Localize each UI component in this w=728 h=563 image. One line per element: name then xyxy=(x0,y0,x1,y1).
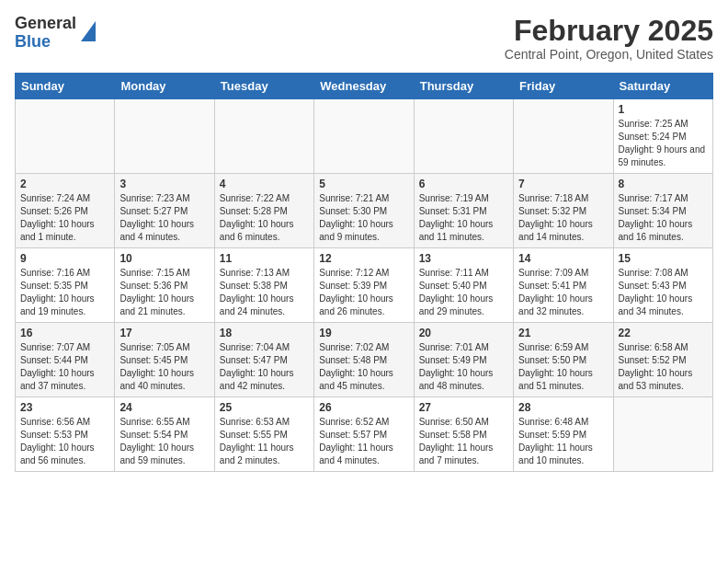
calendar-cell: 8Sunrise: 7:17 AM Sunset: 5:34 PM Daylig… xyxy=(613,174,712,248)
calendar-cell: 25Sunrise: 6:53 AM Sunset: 5:55 PM Dayli… xyxy=(214,397,313,472)
calendar-cell xyxy=(414,99,513,174)
day-info: Sunrise: 7:23 AM Sunset: 5:27 PM Dayligh… xyxy=(119,192,209,244)
week-row-1: 1Sunrise: 7:25 AM Sunset: 5:24 PM Daylig… xyxy=(16,99,713,174)
day-number: 27 xyxy=(419,401,508,414)
logo: General Blue xyxy=(15,15,96,52)
day-number: 17 xyxy=(119,327,209,339)
day-number: 21 xyxy=(518,327,608,339)
title-block: February 2025 Central Point, Oregon, Uni… xyxy=(505,15,713,62)
day-info: Sunrise: 7:15 AM Sunset: 5:36 PM Dayligh… xyxy=(119,267,209,318)
location-subtitle: Central Point, Oregon, United States xyxy=(505,47,713,62)
day-number: 26 xyxy=(319,401,408,414)
calendar-table: SundayMondayTuesdayWednesdayThursdayFrid… xyxy=(15,73,713,472)
day-info: Sunrise: 7:02 AM Sunset: 5:48 PM Dayligh… xyxy=(319,341,408,393)
day-number: 9 xyxy=(20,252,109,265)
day-number: 7 xyxy=(518,178,608,190)
calendar-cell xyxy=(514,99,613,174)
calendar-cell xyxy=(314,99,414,174)
calendar-cell xyxy=(613,397,712,472)
day-number: 1 xyxy=(619,103,708,116)
day-info: Sunrise: 7:04 AM Sunset: 5:47 PM Dayligh… xyxy=(220,341,309,393)
calendar-cell: 24Sunrise: 6:55 AM Sunset: 5:54 PM Dayli… xyxy=(115,397,214,472)
calendar-cell: 13Sunrise: 7:11 AM Sunset: 5:40 PM Dayli… xyxy=(414,248,513,323)
day-info: Sunrise: 6:48 AM Sunset: 5:59 PM Dayligh… xyxy=(518,416,608,467)
day-info: Sunrise: 6:59 AM Sunset: 5:50 PM Dayligh… xyxy=(518,341,608,393)
calendar-cell xyxy=(16,99,115,174)
calendar-cell: 28Sunrise: 6:48 AM Sunset: 5:59 PM Dayli… xyxy=(514,397,613,472)
day-info: Sunrise: 6:58 AM Sunset: 5:52 PM Dayligh… xyxy=(619,341,708,393)
day-info: Sunrise: 7:07 AM Sunset: 5:44 PM Dayligh… xyxy=(20,341,109,393)
calendar-header-row: SundayMondayTuesdayWednesdayThursdayFrid… xyxy=(16,74,713,99)
day-number: 12 xyxy=(319,252,408,265)
calendar-cell: 9Sunrise: 7:16 AM Sunset: 5:35 PM Daylig… xyxy=(16,248,115,323)
day-info: Sunrise: 7:21 AM Sunset: 5:30 PM Dayligh… xyxy=(319,192,408,244)
day-number: 6 xyxy=(419,178,508,190)
day-info: Sunrise: 7:17 AM Sunset: 5:34 PM Dayligh… xyxy=(619,192,708,244)
calendar-cell: 5Sunrise: 7:21 AM Sunset: 5:30 PM Daylig… xyxy=(314,174,414,248)
day-number: 2 xyxy=(20,178,109,190)
day-number: 20 xyxy=(419,327,508,339)
day-info: Sunrise: 6:55 AM Sunset: 5:54 PM Dayligh… xyxy=(119,416,209,467)
calendar-cell: 27Sunrise: 6:50 AM Sunset: 5:58 PM Dayli… xyxy=(414,397,513,472)
calendar-cell: 19Sunrise: 7:02 AM Sunset: 5:48 PM Dayli… xyxy=(314,323,414,397)
week-row-5: 23Sunrise: 6:56 AM Sunset: 5:53 PM Dayli… xyxy=(16,397,713,472)
day-info: Sunrise: 6:52 AM Sunset: 5:57 PM Dayligh… xyxy=(319,416,408,467)
day-number: 3 xyxy=(119,178,209,190)
day-header-thursday: Thursday xyxy=(414,74,513,99)
day-info: Sunrise: 7:12 AM Sunset: 5:39 PM Dayligh… xyxy=(319,267,408,318)
week-row-2: 2Sunrise: 7:24 AM Sunset: 5:26 PM Daylig… xyxy=(16,174,713,248)
calendar-cell: 2Sunrise: 7:24 AM Sunset: 5:26 PM Daylig… xyxy=(16,174,115,248)
calendar-cell xyxy=(115,99,214,174)
day-info: Sunrise: 6:56 AM Sunset: 5:53 PM Dayligh… xyxy=(20,416,109,467)
day-number: 8 xyxy=(619,178,708,190)
day-number: 28 xyxy=(518,401,608,414)
calendar-cell: 12Sunrise: 7:12 AM Sunset: 5:39 PM Dayli… xyxy=(314,248,414,323)
day-info: Sunrise: 7:19 AM Sunset: 5:31 PM Dayligh… xyxy=(419,192,508,244)
day-info: Sunrise: 7:18 AM Sunset: 5:32 PM Dayligh… xyxy=(518,192,608,244)
day-header-sunday: Sunday xyxy=(16,74,115,99)
day-number: 19 xyxy=(319,327,408,339)
day-info: Sunrise: 7:05 AM Sunset: 5:45 PM Dayligh… xyxy=(119,341,209,393)
day-number: 11 xyxy=(220,252,309,265)
day-info: Sunrise: 6:53 AM Sunset: 5:55 PM Dayligh… xyxy=(220,416,309,467)
calendar-cell: 18Sunrise: 7:04 AM Sunset: 5:47 PM Dayli… xyxy=(214,323,313,397)
day-number: 25 xyxy=(220,401,309,414)
day-number: 4 xyxy=(220,178,309,190)
day-number: 5 xyxy=(319,178,408,190)
calendar-cell: 10Sunrise: 7:15 AM Sunset: 5:36 PM Dayli… xyxy=(115,248,214,323)
day-number: 16 xyxy=(20,327,109,339)
calendar-cell: 15Sunrise: 7:08 AM Sunset: 5:43 PM Dayli… xyxy=(613,248,712,323)
day-number: 15 xyxy=(619,252,708,265)
day-number: 24 xyxy=(119,401,209,414)
calendar-cell xyxy=(214,99,313,174)
day-info: Sunrise: 7:01 AM Sunset: 5:49 PM Dayligh… xyxy=(419,341,508,393)
day-header-friday: Friday xyxy=(514,74,613,99)
day-info: Sunrise: 7:22 AM Sunset: 5:28 PM Dayligh… xyxy=(220,192,309,244)
calendar-cell: 4Sunrise: 7:22 AM Sunset: 5:28 PM Daylig… xyxy=(214,174,313,248)
calendar-cell: 16Sunrise: 7:07 AM Sunset: 5:44 PM Dayli… xyxy=(16,323,115,397)
calendar-cell: 20Sunrise: 7:01 AM Sunset: 5:49 PM Dayli… xyxy=(414,323,513,397)
day-header-tuesday: Tuesday xyxy=(214,74,313,99)
calendar-cell: 11Sunrise: 7:13 AM Sunset: 5:38 PM Dayli… xyxy=(214,248,313,323)
day-number: 13 xyxy=(419,252,508,265)
logo-arrow-icon xyxy=(81,21,96,41)
day-info: Sunrise: 7:11 AM Sunset: 5:40 PM Dayligh… xyxy=(419,267,508,318)
logo-blue: Blue xyxy=(15,33,76,52)
calendar-cell: 3Sunrise: 7:23 AM Sunset: 5:27 PM Daylig… xyxy=(115,174,214,248)
calendar-cell: 14Sunrise: 7:09 AM Sunset: 5:41 PM Dayli… xyxy=(514,248,613,323)
calendar-cell: 23Sunrise: 6:56 AM Sunset: 5:53 PM Dayli… xyxy=(16,397,115,472)
day-number: 18 xyxy=(220,327,309,339)
week-row-4: 16Sunrise: 7:07 AM Sunset: 5:44 PM Dayli… xyxy=(16,323,713,397)
day-info: Sunrise: 7:24 AM Sunset: 5:26 PM Dayligh… xyxy=(20,192,109,244)
calendar-cell: 6Sunrise: 7:19 AM Sunset: 5:31 PM Daylig… xyxy=(414,174,513,248)
day-number: 22 xyxy=(619,327,708,339)
day-info: Sunrise: 7:08 AM Sunset: 5:43 PM Dayligh… xyxy=(619,267,708,318)
day-info: Sunrise: 7:16 AM Sunset: 5:35 PM Dayligh… xyxy=(20,267,109,318)
day-header-monday: Monday xyxy=(115,74,214,99)
day-info: Sunrise: 7:09 AM Sunset: 5:41 PM Dayligh… xyxy=(518,267,608,318)
day-number: 10 xyxy=(119,252,209,265)
calendar-cell: 26Sunrise: 6:52 AM Sunset: 5:57 PM Dayli… xyxy=(314,397,414,472)
main-title: February 2025 xyxy=(505,15,713,47)
day-info: Sunrise: 7:13 AM Sunset: 5:38 PM Dayligh… xyxy=(220,267,309,318)
week-row-3: 9Sunrise: 7:16 AM Sunset: 5:35 PM Daylig… xyxy=(16,248,713,323)
